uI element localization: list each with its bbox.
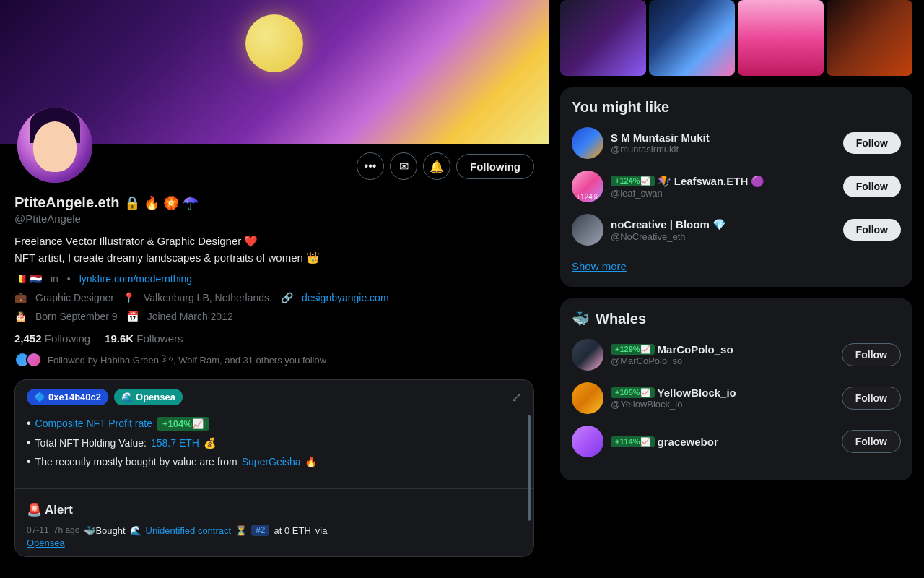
follower-avatar-2: [26, 352, 42, 368]
followers-count: 19.6K: [105, 332, 134, 345]
left-column: ••• ✉ 🔔 Following PtiteAngele.eth 🔒 🔥 🏵️…: [0, 0, 549, 578]
following-stat[interactable]: 2,452 Following: [14, 332, 90, 345]
birthday-icon: 🎂: [14, 311, 27, 322]
contract-link[interactable]: Unidentified contract: [146, 525, 232, 536]
whale-name-3: +114%📈 gracewebor: [611, 436, 834, 448]
dates-row: 🎂 Born September 9 📅 Joined March 2012: [14, 311, 534, 322]
born-text: Born September 9: [35, 311, 118, 322]
following-label: Following: [45, 332, 90, 345]
whale-profit-3: +114%📈: [611, 436, 655, 447]
top-image-1: [560, 0, 646, 76]
calendar-icon: 📅: [126, 311, 139, 322]
link-icon: 🔗: [281, 292, 293, 303]
eth-icon: 🔷: [34, 392, 45, 402]
followed-by-row: Followed by Habiba Green᪆⁰, Wolf Ram, an…: [14, 352, 534, 368]
briefcase-icon: 💼: [14, 292, 27, 303]
whales-title: 🐳 Whales: [572, 310, 901, 327]
eth-address-text: 0xe14b40c2: [48, 392, 101, 402]
expand-icon[interactable]: ⤢: [511, 389, 522, 405]
banner-moon: [245, 14, 303, 72]
top-image-4: [827, 0, 912, 76]
suggest-name-text-3: noCreative | Bloom 💎: [611, 218, 726, 231]
avatar-face: [33, 121, 77, 172]
bio-line-2: NFT artist, I create dreamy landscapes &…: [14, 250, 534, 267]
nft-card-header: 🔷 0xe14b40c2 🌊 Opensea ⤢: [15, 380, 533, 414]
whale-profit-2: +105%📈: [611, 387, 655, 398]
location-text: Valkenburg LB, Netherlands.: [144, 292, 272, 303]
more-icon: •••: [365, 160, 377, 173]
followers-label: Followers: [136, 332, 183, 345]
whales-list: +129%📈 MarCoPolo_so @MarCoPolo_so Follow…: [572, 339, 901, 469]
nft-number: #2: [251, 525, 269, 536]
action-buttons: ••• ✉ 🔔 Following: [357, 152, 534, 186]
whale-avatar-1: [572, 339, 603, 371]
pipe-sep: •: [67, 273, 71, 285]
notification-button[interactable]: 🔔: [423, 152, 450, 180]
whales-title-text: Whales: [596, 311, 646, 327]
flag-emojis: 🇧🇪 🇳🇱: [14, 273, 42, 285]
suggest-name-text-1: S M Muntasir Mukit: [611, 131, 710, 144]
avatar-image: [17, 108, 92, 183]
location-pin-icon: 📍: [123, 292, 135, 303]
nft-bullet-3: The recently mostly bought by value are …: [27, 455, 522, 468]
website-link[interactable]: designbyangie.com: [302, 292, 389, 303]
followed-by-text: Followed by Habiba Green᪆⁰, Wolf Ram, an…: [48, 355, 326, 366]
whale-info-2: +105%📈 YellowBlock_io @YellowBlock_io: [611, 387, 834, 410]
alert-row: 07-11 7h ago 🐳Bought 🌊 Unidentified cont…: [27, 525, 522, 536]
alert-box: 🚨 Alert 07-11 7h ago 🐳Bought 🌊 Unidentif…: [15, 495, 533, 556]
whale-follow-button-2[interactable]: Follow: [842, 387, 901, 410]
lynkfire-link[interactable]: lynkfire.com/modernthing: [79, 273, 192, 285]
profile-bio: Freelance Vector Illustrator & Graphic D…: [14, 233, 534, 266]
suggest-handle-2: @leaf_swan: [611, 188, 836, 199]
display-name: PtiteAngele.eth 🔒 🔥 🏵️ ☂️: [14, 194, 534, 211]
top-image-3: [738, 0, 824, 76]
profit-badge-2: +124%📈: [611, 176, 655, 186]
suggest-name-text-2: 🪁 Leafswan.ETH 🟣: [658, 175, 765, 188]
holding-label: Total NFT Holding Value:: [35, 437, 147, 449]
nft-badges: 🔷 0xe14b40c2 🌊 Opensea: [27, 389, 183, 405]
message-button[interactable]: ✉: [390, 152, 417, 180]
whale-item-2: +105%📈 YellowBlock_io @YellowBlock_io Fo…: [572, 382, 901, 414]
following-count: 2,452: [14, 332, 42, 345]
whale-name-2: +105%📈 YellowBlock_io: [611, 387, 834, 399]
location-sep: in: [51, 273, 58, 285]
whales-card: 🐳 Whales +129%📈 MarCoPolo_so @MarCoPolo_…: [560, 298, 912, 480]
eth-address-badge[interactable]: 🔷 0xe14b40c2: [27, 389, 108, 405]
holding-value: 158.7 ETH: [151, 437, 199, 449]
right-column: You might like S M Muntasir Mukit @munta…: [549, 0, 924, 578]
you-might-like-card: You might like S M Muntasir Mukit @munta…: [560, 87, 912, 287]
contract-icon: 🌊: [130, 525, 141, 536]
opensea-badge[interactable]: 🌊 Opensea: [114, 389, 183, 405]
supergeisha-link[interactable]: SuperGeisha: [242, 456, 301, 467]
follow-button-2[interactable]: Follow: [843, 176, 901, 197]
top-images-row: [560, 0, 912, 76]
alert-date: 07-11: [27, 525, 49, 535]
holding-emoji: 💰: [204, 437, 216, 449]
followers-stat[interactable]: 19.6K Followers: [105, 332, 183, 345]
opensea-text: Opensea: [136, 392, 175, 402]
timer-icon: ⏳: [235, 525, 247, 536]
more-button[interactable]: •••: [357, 152, 384, 180]
whale-handle-1: @MarCoPolo_so: [611, 355, 834, 366]
alert-age: 7h ago: [53, 525, 80, 535]
whale-name-text-1: MarCoPolo_so: [658, 343, 733, 355]
show-more-link[interactable]: Show more: [572, 257, 901, 275]
mail-icon: ✉: [399, 160, 409, 173]
you-might-like-title: You might like: [572, 99, 901, 116]
profit-rate-link[interactable]: Composite NFT Profit rate: [35, 418, 152, 429]
following-button[interactable]: Following: [456, 154, 534, 179]
follow-button-3[interactable]: Follow: [843, 219, 901, 241]
suggest-item-1: S M Muntasir Mukit @muntasirmukit Follow: [572, 127, 901, 159]
follower-avatars: [14, 352, 42, 368]
platform-link[interactable]: Opensea: [27, 538, 65, 548]
suggest-avatar-1: [572, 127, 603, 159]
whale-follow-button-1[interactable]: Follow: [842, 343, 901, 366]
price-text: at 0 ETH: [274, 525, 310, 536]
whale-handle-2: @YellowBlock_io: [611, 399, 834, 410]
whale-profit-1: +129%📈: [611, 344, 655, 355]
whale-follow-button-3[interactable]: Follow: [842, 430, 901, 453]
fire-emoji: 🔥: [305, 456, 317, 467]
follow-button-1[interactable]: Follow: [843, 132, 901, 154]
nft-bullet-2: Total NFT Holding Value: 158.7 ETH 💰: [27, 436, 522, 449]
suggest-name-2: +124%📈 🪁 Leafswan.ETH 🟣: [611, 175, 836, 188]
